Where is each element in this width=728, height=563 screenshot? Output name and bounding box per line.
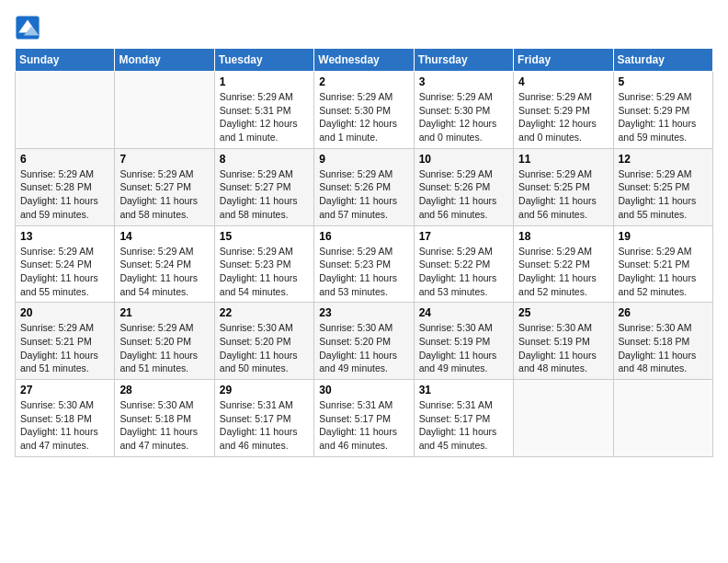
day-info: Sunrise: 5:29 AM Sunset: 5:25 PM Dayligh…	[518, 167, 608, 222]
calendar-cell: 19Sunrise: 5:29 AM Sunset: 5:21 PM Dayli…	[613, 225, 712, 303]
calendar-cell: 23Sunrise: 5:30 AM Sunset: 5:20 PM Dayli…	[314, 303, 414, 380]
day-info: Sunrise: 5:29 AM Sunset: 5:22 PM Dayligh…	[419, 245, 508, 299]
day-number: 9	[319, 153, 408, 166]
calendar-cell	[115, 72, 214, 149]
calendar-cell: 18Sunrise: 5:29 AM Sunset: 5:22 PM Dayli…	[514, 225, 613, 303]
day-info: Sunrise: 5:29 AM Sunset: 5:31 PM Dayligh…	[220, 90, 309, 144]
calendar-header-tuesday: Tuesday	[214, 49, 313, 72]
day-info: Sunrise: 5:29 AM Sunset: 5:21 PM Dayligh…	[20, 321, 109, 375]
day-number: 18	[518, 230, 608, 243]
day-info: Sunrise: 5:29 AM Sunset: 5:23 PM Dayligh…	[220, 245, 309, 299]
day-info: Sunrise: 5:29 AM Sunset: 5:24 PM Dayligh…	[20, 245, 109, 299]
logo	[15, 15, 44, 40]
day-number: 23	[319, 306, 408, 319]
day-number: 21	[119, 306, 209, 319]
calendar-header-row: SundayMondayTuesdayWednesdayThursdayFrid…	[16, 49, 713, 72]
calendar-body: 1Sunrise: 5:29 AM Sunset: 5:31 PM Daylig…	[16, 72, 713, 457]
calendar-week-1: 1Sunrise: 5:29 AM Sunset: 5:31 PM Daylig…	[16, 72, 713, 149]
day-info: Sunrise: 5:29 AM Sunset: 5:26 PM Dayligh…	[419, 167, 508, 222]
day-number: 8	[220, 153, 309, 166]
calendar-cell: 6Sunrise: 5:29 AM Sunset: 5:28 PM Daylig…	[16, 148, 115, 225]
day-number: 7	[119, 153, 209, 166]
day-number: 2	[319, 75, 408, 88]
calendar-header-sunday: Sunday	[16, 49, 115, 72]
day-info: Sunrise: 5:30 AM Sunset: 5:19 PM Dayligh…	[518, 321, 608, 375]
page-header	[15, 15, 713, 40]
day-info: Sunrise: 5:29 AM Sunset: 5:27 PM Dayligh…	[119, 167, 209, 222]
day-info: Sunrise: 5:29 AM Sunset: 5:22 PM Dayligh…	[518, 245, 608, 299]
calendar-header-saturday: Saturday	[613, 49, 712, 72]
calendar-cell: 12Sunrise: 5:29 AM Sunset: 5:25 PM Dayli…	[613, 148, 712, 225]
day-number: 30	[319, 384, 408, 396]
day-number: 24	[419, 306, 508, 319]
day-info: Sunrise: 5:30 AM Sunset: 5:18 PM Dayligh…	[20, 398, 109, 453]
day-info: Sunrise: 5:30 AM Sunset: 5:20 PM Dayligh…	[319, 321, 408, 375]
day-info: Sunrise: 5:31 AM Sunset: 5:17 PM Dayligh…	[319, 398, 408, 453]
calendar-cell: 17Sunrise: 5:29 AM Sunset: 5:22 PM Dayli…	[414, 225, 513, 303]
calendar-cell: 28Sunrise: 5:30 AM Sunset: 5:18 PM Dayli…	[115, 380, 214, 457]
day-info: Sunrise: 5:30 AM Sunset: 5:18 PM Dayligh…	[619, 321, 708, 375]
day-number: 14	[119, 230, 209, 243]
day-info: Sunrise: 5:29 AM Sunset: 5:24 PM Dayligh…	[119, 245, 209, 299]
day-number: 22	[220, 306, 309, 319]
calendar-cell: 31Sunrise: 5:31 AM Sunset: 5:17 PM Dayli…	[414, 380, 513, 457]
calendar-cell: 25Sunrise: 5:30 AM Sunset: 5:19 PM Dayli…	[514, 303, 613, 380]
calendar-cell: 29Sunrise: 5:31 AM Sunset: 5:17 PM Dayli…	[214, 380, 313, 457]
day-info: Sunrise: 5:29 AM Sunset: 5:26 PM Dayligh…	[319, 167, 408, 222]
calendar-cell: 16Sunrise: 5:29 AM Sunset: 5:23 PM Dayli…	[314, 225, 414, 303]
calendar-cell: 1Sunrise: 5:29 AM Sunset: 5:31 PM Daylig…	[214, 72, 313, 149]
calendar-cell: 13Sunrise: 5:29 AM Sunset: 5:24 PM Dayli…	[16, 225, 115, 303]
day-info: Sunrise: 5:30 AM Sunset: 5:19 PM Dayligh…	[419, 321, 508, 375]
calendar-header-monday: Monday	[115, 49, 214, 72]
logo-icon	[15, 15, 40, 40]
day-number: 6	[20, 153, 109, 166]
day-info: Sunrise: 5:29 AM Sunset: 5:25 PM Dayligh…	[619, 167, 708, 222]
day-number: 1	[220, 75, 309, 88]
calendar-week-2: 6Sunrise: 5:29 AM Sunset: 5:28 PM Daylig…	[16, 148, 713, 225]
day-number: 15	[220, 230, 309, 243]
day-number: 16	[319, 230, 408, 243]
day-number: 29	[220, 384, 309, 396]
calendar-table: SundayMondayTuesdayWednesdayThursdayFrid…	[15, 48, 713, 457]
calendar-cell: 20Sunrise: 5:29 AM Sunset: 5:21 PM Dayli…	[16, 303, 115, 380]
calendar-cell: 4Sunrise: 5:29 AM Sunset: 5:29 PM Daylig…	[514, 72, 613, 149]
calendar-cell: 7Sunrise: 5:29 AM Sunset: 5:27 PM Daylig…	[115, 148, 214, 225]
calendar-cell: 15Sunrise: 5:29 AM Sunset: 5:23 PM Dayli…	[214, 225, 313, 303]
day-info: Sunrise: 5:29 AM Sunset: 5:20 PM Dayligh…	[119, 321, 209, 375]
day-info: Sunrise: 5:29 AM Sunset: 5:27 PM Dayligh…	[220, 167, 309, 222]
calendar-cell: 27Sunrise: 5:30 AM Sunset: 5:18 PM Dayli…	[16, 380, 115, 457]
day-number: 20	[20, 306, 109, 319]
day-number: 5	[619, 75, 708, 88]
day-info: Sunrise: 5:29 AM Sunset: 5:21 PM Dayligh…	[619, 245, 708, 299]
calendar-header-wednesday: Wednesday	[314, 49, 414, 72]
day-number: 17	[419, 230, 508, 243]
calendar-week-3: 13Sunrise: 5:29 AM Sunset: 5:24 PM Dayli…	[16, 225, 713, 303]
day-number: 13	[20, 230, 109, 243]
calendar-cell: 26Sunrise: 5:30 AM Sunset: 5:18 PM Dayli…	[613, 303, 712, 380]
calendar-week-5: 27Sunrise: 5:30 AM Sunset: 5:18 PM Dayli…	[16, 380, 713, 457]
day-number: 25	[518, 306, 608, 319]
calendar-cell: 30Sunrise: 5:31 AM Sunset: 5:17 PM Dayli…	[314, 380, 414, 457]
day-number: 19	[619, 230, 708, 243]
calendar-cell: 11Sunrise: 5:29 AM Sunset: 5:25 PM Dayli…	[514, 148, 613, 225]
day-info: Sunrise: 5:30 AM Sunset: 5:20 PM Dayligh…	[220, 321, 309, 375]
calendar-cell: 10Sunrise: 5:29 AM Sunset: 5:26 PM Dayli…	[414, 148, 513, 225]
calendar-cell: 8Sunrise: 5:29 AM Sunset: 5:27 PM Daylig…	[214, 148, 313, 225]
calendar-cell: 2Sunrise: 5:29 AM Sunset: 5:30 PM Daylig…	[314, 72, 414, 149]
day-number: 11	[518, 153, 608, 166]
day-number: 31	[419, 384, 508, 396]
calendar-header-friday: Friday	[514, 49, 613, 72]
calendar-cell	[613, 380, 712, 457]
day-number: 27	[20, 384, 109, 396]
day-info: Sunrise: 5:29 AM Sunset: 5:30 PM Dayligh…	[419, 90, 508, 144]
calendar-cell: 5Sunrise: 5:29 AM Sunset: 5:29 PM Daylig…	[613, 72, 712, 149]
calendar-cell: 22Sunrise: 5:30 AM Sunset: 5:20 PM Dayli…	[214, 303, 313, 380]
calendar-cell	[16, 72, 115, 149]
day-info: Sunrise: 5:31 AM Sunset: 5:17 PM Dayligh…	[220, 398, 309, 453]
calendar-cell	[514, 380, 613, 457]
day-number: 28	[119, 384, 209, 396]
day-number: 26	[619, 306, 708, 319]
day-number: 3	[419, 75, 508, 88]
calendar-week-4: 20Sunrise: 5:29 AM Sunset: 5:21 PM Dayli…	[16, 303, 713, 380]
day-info: Sunrise: 5:29 AM Sunset: 5:28 PM Dayligh…	[20, 167, 109, 222]
